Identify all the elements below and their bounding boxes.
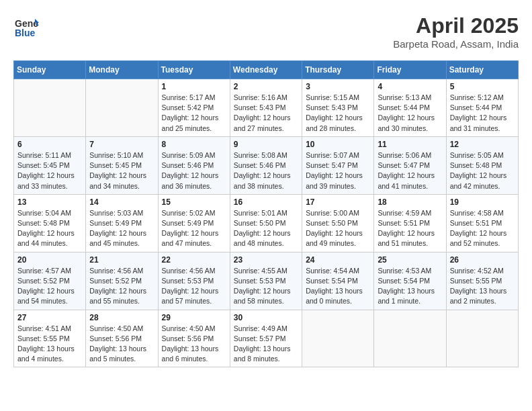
cell-info: Sunrise: 4:56 AM Sunset: 5:52 PM Dayligh…	[89, 266, 154, 307]
cell-info: Sunrise: 4:56 AM Sunset: 5:53 PM Dayligh…	[162, 266, 226, 307]
cell-info: Sunrise: 4:50 AM Sunset: 5:56 PM Dayligh…	[89, 324, 154, 365]
cell-info: Sunrise: 4:58 AM Sunset: 5:51 PM Dayligh…	[450, 208, 515, 249]
calendar-cell: 17Sunrise: 5:00 AM Sunset: 5:50 PM Dayli…	[302, 194, 374, 252]
cell-day-number: 24	[306, 255, 370, 265]
cell-day-number: 8	[162, 140, 226, 149]
cell-day-number: 9	[234, 140, 298, 149]
cell-day-number: 14	[89, 197, 154, 207]
cell-info: Sunrise: 5:05 AM Sunset: 5:48 PM Dayligh…	[450, 150, 515, 191]
cell-day-number: 25	[378, 255, 442, 265]
cell-info: Sunrise: 5:00 AM Sunset: 5:50 PM Dayligh…	[306, 208, 370, 249]
cell-info: Sunrise: 5:08 AM Sunset: 5:46 PM Dayligh…	[234, 150, 298, 191]
calendar-cell: 15Sunrise: 5:02 AM Sunset: 5:49 PM Dayli…	[158, 194, 230, 252]
day-header-thursday: Thursday	[302, 61, 374, 79]
calendar-cell: 10Sunrise: 5:07 AM Sunset: 5:47 PM Dayli…	[302, 136, 374, 194]
cell-day-number: 29	[162, 313, 226, 322]
calendar-cell: 1Sunrise: 5:17 AM Sunset: 5:42 PM Daylig…	[158, 79, 230, 137]
calendar-cell: 26Sunrise: 4:52 AM Sunset: 5:55 PM Dayli…	[446, 252, 518, 310]
cell-info: Sunrise: 5:03 AM Sunset: 5:49 PM Dayligh…	[89, 208, 154, 249]
calendar-cell: 14Sunrise: 5:03 AM Sunset: 5:49 PM Dayli…	[86, 194, 158, 252]
calendar-header: SundayMondayTuesdayWednesdayThursdayFrid…	[14, 61, 519, 79]
calendar-cell: 22Sunrise: 4:56 AM Sunset: 5:53 PM Dayli…	[158, 252, 230, 310]
calendar-week-5: 27Sunrise: 4:51 AM Sunset: 5:55 PM Dayli…	[14, 310, 519, 367]
calendar-cell: 29Sunrise: 4:50 AM Sunset: 5:56 PM Dayli…	[158, 310, 230, 367]
calendar-cell	[86, 79, 158, 137]
cell-info: Sunrise: 5:09 AM Sunset: 5:46 PM Dayligh…	[162, 150, 226, 191]
calendar-cell: 30Sunrise: 4:49 AM Sunset: 5:57 PM Dayli…	[230, 310, 302, 367]
calendar-cell: 18Sunrise: 4:59 AM Sunset: 5:51 PM Dayli…	[374, 194, 446, 252]
cell-info: Sunrise: 5:12 AM Sunset: 5:44 PM Dayligh…	[450, 93, 515, 134]
cell-info: Sunrise: 4:52 AM Sunset: 5:55 PM Dayligh…	[450, 266, 515, 307]
cell-info: Sunrise: 4:57 AM Sunset: 5:52 PM Dayligh…	[17, 266, 82, 307]
cell-info: Sunrise: 5:15 AM Sunset: 5:43 PM Dayligh…	[306, 93, 370, 134]
title-block: April 2025 Barpeta Road, Assam, India	[393, 13, 519, 50]
calendar-cell: 16Sunrise: 5:01 AM Sunset: 5:50 PM Dayli…	[230, 194, 302, 252]
cell-day-number: 28	[89, 313, 154, 322]
calendar-cell: 24Sunrise: 4:54 AM Sunset: 5:54 PM Dayli…	[302, 252, 374, 310]
svg-text:Blue: Blue	[15, 28, 36, 38]
cell-day-number: 16	[234, 197, 298, 207]
cell-day-number: 12	[450, 140, 515, 149]
calendar-cell: 13Sunrise: 5:04 AM Sunset: 5:48 PM Dayli…	[14, 194, 86, 252]
cell-day-number: 21	[89, 255, 154, 265]
cell-info: Sunrise: 4:49 AM Sunset: 5:57 PM Dayligh…	[234, 324, 298, 365]
cell-day-number: 1	[162, 82, 226, 91]
day-header-monday: Monday	[86, 61, 158, 79]
calendar-cell: 3Sunrise: 5:15 AM Sunset: 5:43 PM Daylig…	[302, 79, 374, 137]
cell-info: Sunrise: 5:11 AM Sunset: 5:45 PM Dayligh…	[17, 150, 82, 191]
main-title: April 2025	[393, 13, 519, 38]
cell-day-number: 19	[450, 197, 515, 207]
calendar-cell: 9Sunrise: 5:08 AM Sunset: 5:46 PM Daylig…	[230, 136, 302, 194]
subtitle: Barpeta Road, Assam, India	[393, 38, 519, 50]
cell-info: Sunrise: 4:59 AM Sunset: 5:51 PM Dayligh…	[378, 208, 442, 249]
cell-day-number: 22	[162, 255, 226, 265]
cell-info: Sunrise: 5:17 AM Sunset: 5:42 PM Dayligh…	[162, 93, 226, 134]
cell-info: Sunrise: 4:54 AM Sunset: 5:54 PM Dayligh…	[306, 266, 370, 307]
cell-day-number: 10	[306, 140, 370, 149]
cell-day-number: 30	[234, 313, 298, 322]
cell-info: Sunrise: 5:10 AM Sunset: 5:45 PM Dayligh…	[89, 150, 154, 191]
page-header: General Blue April 2025 Barpeta Road, As…	[13, 13, 519, 50]
day-header-saturday: Saturday	[446, 61, 518, 79]
calendar-week-2: 6Sunrise: 5:11 AM Sunset: 5:45 PM Daylig…	[14, 136, 519, 194]
calendar-cell	[14, 79, 86, 137]
cell-day-number: 6	[17, 140, 82, 149]
cell-day-number: 15	[162, 197, 226, 207]
calendar-week-3: 13Sunrise: 5:04 AM Sunset: 5:48 PM Dayli…	[14, 194, 519, 252]
cell-day-number: 18	[378, 197, 442, 207]
calendar-cell: 8Sunrise: 5:09 AM Sunset: 5:46 PM Daylig…	[158, 136, 230, 194]
cell-day-number: 26	[450, 255, 515, 265]
calendar-cell	[302, 310, 374, 367]
cell-day-number: 2	[234, 82, 298, 91]
calendar-cell: 27Sunrise: 4:51 AM Sunset: 5:55 PM Dayli…	[14, 310, 86, 367]
calendar-body: 1Sunrise: 5:17 AM Sunset: 5:42 PM Daylig…	[14, 79, 519, 367]
calendar-cell: 2Sunrise: 5:16 AM Sunset: 5:43 PM Daylig…	[230, 79, 302, 137]
cell-day-number: 13	[17, 197, 82, 207]
calendar-cell: 20Sunrise: 4:57 AM Sunset: 5:52 PM Dayli…	[14, 252, 86, 310]
cell-day-number: 4	[378, 82, 442, 91]
day-header-tuesday: Tuesday	[158, 61, 230, 79]
cell-day-number: 11	[378, 140, 442, 149]
calendar-cell: 19Sunrise: 4:58 AM Sunset: 5:51 PM Dayli…	[446, 194, 518, 252]
calendar-cell	[446, 310, 518, 367]
cell-day-number: 23	[234, 255, 298, 265]
calendar-cell: 25Sunrise: 4:53 AM Sunset: 5:54 PM Dayli…	[374, 252, 446, 310]
day-header-friday: Friday	[374, 61, 446, 79]
logo-icon: General Blue	[13, 13, 39, 39]
cell-info: Sunrise: 4:55 AM Sunset: 5:53 PM Dayligh…	[234, 266, 298, 307]
cell-info: Sunrise: 4:53 AM Sunset: 5:54 PM Dayligh…	[378, 266, 442, 307]
cell-info: Sunrise: 5:01 AM Sunset: 5:50 PM Dayligh…	[234, 208, 298, 249]
calendar-cell: 12Sunrise: 5:05 AM Sunset: 5:48 PM Dayli…	[446, 136, 518, 194]
calendar-cell: 28Sunrise: 4:50 AM Sunset: 5:56 PM Dayli…	[86, 310, 158, 367]
calendar-week-4: 20Sunrise: 4:57 AM Sunset: 5:52 PM Dayli…	[14, 252, 519, 310]
cell-day-number: 20	[17, 255, 82, 265]
calendar-cell: 5Sunrise: 5:12 AM Sunset: 5:44 PM Daylig…	[446, 79, 518, 137]
cell-info: Sunrise: 5:02 AM Sunset: 5:49 PM Dayligh…	[162, 208, 226, 249]
calendar-table: SundayMondayTuesdayWednesdayThursdayFrid…	[13, 60, 519, 367]
cell-info: Sunrise: 5:04 AM Sunset: 5:48 PM Dayligh…	[17, 208, 82, 249]
logo: General Blue	[13, 13, 39, 39]
cell-info: Sunrise: 4:50 AM Sunset: 5:56 PM Dayligh…	[162, 324, 226, 365]
calendar-cell: 21Sunrise: 4:56 AM Sunset: 5:52 PM Dayli…	[86, 252, 158, 310]
cell-day-number: 5	[450, 82, 515, 91]
cell-info: Sunrise: 4:51 AM Sunset: 5:55 PM Dayligh…	[17, 324, 82, 365]
